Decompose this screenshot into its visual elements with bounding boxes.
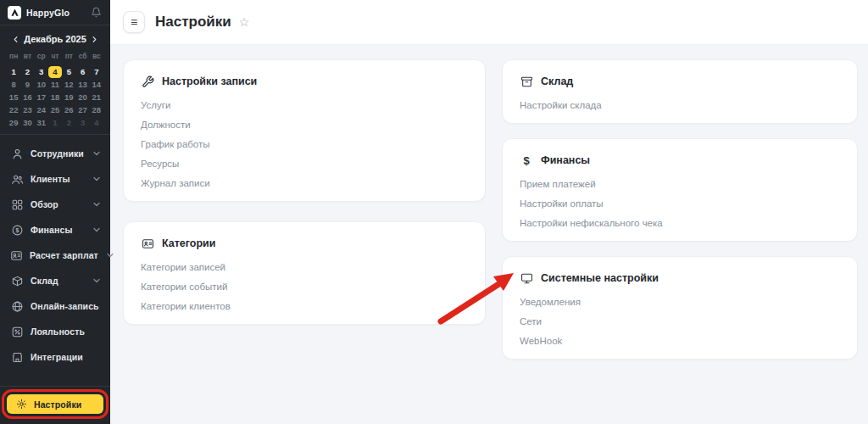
card-title: Склад: [520, 73, 840, 96]
calendar-day-next-month[interactable]: 2: [62, 116, 75, 129]
sidebar-item-2[interactable]: Клиенты: [0, 166, 110, 192]
settings-card: СкладНастройки склада: [502, 59, 858, 124]
calendar-day[interactable]: 3: [35, 65, 48, 78]
calendar-day[interactable]: 13: [75, 78, 89, 91]
sidebar-item-settings[interactable]: Настройки: [7, 394, 103, 414]
favorite-star-icon[interactable]: ☆: [239, 15, 250, 29]
calendar-day[interactable]: 23: [20, 103, 34, 116]
calendar-day-next-month[interactable]: 3: [75, 116, 89, 129]
sidebar-item-label: Сотрудники: [31, 148, 85, 159]
calendar-day[interactable]: 2: [20, 65, 34, 78]
calendar-day[interactable]: 17: [35, 91, 48, 103]
calendar-day[interactable]: 9: [20, 78, 34, 91]
sidebar-item-label: Склад: [31, 276, 85, 286]
settings-card: КатегорииКатегории записейКатегории собы…: [123, 221, 486, 325]
calendar-day[interactable]: 27: [75, 103, 89, 116]
settings-link[interactable]: Прием платежей: [520, 175, 840, 194]
sidebar-item-6[interactable]: Склад: [0, 268, 110, 293]
calendar-day[interactable]: 28: [90, 103, 103, 116]
grid-icon: [10, 198, 24, 211]
calendar-month-label: Декабрь 2025: [24, 34, 86, 44]
settings-link[interactable]: Категории записей: [141, 258, 468, 277]
app-name: HappyGlo: [26, 8, 86, 18]
right-column: СкладНастройки склада$ФинансыПрием плате…: [502, 59, 858, 360]
calendar-day[interactable]: 7: [90, 65, 103, 78]
calendar-day[interactable]: 6: [75, 65, 89, 78]
card-title: Категории: [141, 235, 468, 258]
calendar-day-selected[interactable]: 4: [48, 65, 62, 78]
calendar-day[interactable]: 20: [75, 91, 89, 103]
sidebar-menu: СотрудникиКлиентыОбзор$ФинансыРасчет зар…: [0, 135, 110, 370]
calendar-day[interactable]: 29: [7, 116, 20, 129]
card-title-label: Склад: [541, 75, 573, 87]
sidebar-item-5[interactable]: Расчет зарплат: [0, 243, 110, 268]
settings-link[interactable]: График работы: [141, 135, 468, 154]
annotation-highlight-box: Настройки: [7, 394, 103, 414]
calendar-day-next-month[interactable]: 4: [90, 116, 103, 129]
sidebar-item-8[interactable]: Лояльность: [0, 319, 110, 344]
settings-link[interactable]: Настройки склада: [520, 96, 840, 115]
calendar-day-next-month[interactable]: 1: [48, 116, 62, 129]
box-icon: [10, 274, 24, 287]
calendar-day[interactable]: 26: [62, 103, 75, 116]
chevron-down-icon: [92, 199, 102, 209]
calendar-day[interactable]: 10: [35, 78, 48, 91]
calendar-weekday-label: вт: [20, 49, 34, 65]
calendar-day[interactable]: 18: [48, 91, 62, 103]
sidebar-item-label: Интеграции: [31, 352, 102, 362]
chevron-down-icon: [92, 148, 102, 159]
sidebar-item-7[interactable]: Онлайн-запись: [0, 293, 110, 319]
settings-link[interactable]: Услуги: [141, 96, 468, 115]
card-title-label: Категории: [162, 237, 216, 249]
settings-link[interactable]: Настройки оплаты: [520, 194, 840, 214]
calendar-day[interactable]: 30: [20, 116, 34, 129]
calendar-weekday-row: пнвтсрчтптсбвс: [7, 49, 103, 65]
settings-link[interactable]: Журнал записи: [141, 174, 468, 193]
sidebar-item-3[interactable]: Обзор: [0, 192, 110, 217]
sidebar-bottom-divider: [0, 386, 110, 387]
calendar-day[interactable]: 1: [7, 65, 20, 78]
sidebar-item-label: Финансы: [31, 225, 85, 235]
calendar-weekday-label: пн: [7, 49, 20, 65]
calendar-day[interactable]: 31: [35, 116, 48, 129]
gear-icon: [14, 398, 28, 411]
calendar-day[interactable]: 8: [7, 78, 20, 91]
settings-link[interactable]: Категории клиентов: [141, 297, 468, 316]
sidebar-item-9[interactable]: Интеграции: [0, 344, 110, 370]
calendar-day[interactable]: 15: [7, 91, 20, 103]
store-icon: [10, 350, 24, 364]
calendar-day[interactable]: 19: [62, 91, 75, 103]
calendar-next-button[interactable]: [89, 33, 101, 45]
calendar-day[interactable]: 25: [48, 103, 62, 116]
chevron-down-icon: [92, 225, 102, 235]
calendar-day[interactable]: 21: [90, 91, 103, 103]
settings-link[interactable]: Сети: [520, 312, 840, 332]
settings-link[interactable]: Ресурсы: [141, 154, 468, 174]
calendar-day[interactable]: 22: [7, 103, 20, 116]
calendar-weekday-label: ср: [35, 49, 48, 65]
card-title: Системные настройки: [520, 270, 840, 293]
sidebar-item-4[interactable]: $Финансы: [0, 217, 110, 243]
sidebar-item-label: Обзор: [31, 199, 85, 209]
calendar-prev-button[interactable]: [9, 33, 21, 45]
menu-toggle-button[interactable]: ≡: [123, 11, 145, 33]
settings-link[interactable]: WebHook: [520, 332, 840, 351]
calendar-day[interactable]: 12: [62, 78, 75, 91]
chevron-down-icon: [92, 276, 102, 286]
settings-link[interactable]: Настройки нефискального чека: [520, 214, 840, 233]
calendar-day[interactable]: 5: [62, 65, 75, 78]
wrench-icon: [141, 75, 154, 88]
settings-link[interactable]: Должности: [141, 115, 468, 135]
calendar-day[interactable]: 24: [35, 103, 48, 116]
settings-link[interactable]: Уведомления: [520, 293, 840, 312]
notifications-bell-icon[interactable]: [91, 7, 103, 19]
calendar-day[interactable]: 16: [20, 91, 34, 103]
settings-card: $ФинансыПрием платежейНастройки оплатыНа…: [502, 138, 858, 242]
calendar-day[interactable]: 11: [48, 78, 62, 91]
archive-icon: [520, 75, 533, 88]
calendar-weekday-label: вс: [90, 49, 103, 65]
calendar-day[interactable]: 14: [90, 78, 103, 91]
sidebar-item-label: Клиенты: [31, 174, 85, 184]
settings-link[interactable]: Категории событий: [141, 277, 468, 297]
sidebar-item-1[interactable]: Сотрудники: [0, 141, 110, 166]
